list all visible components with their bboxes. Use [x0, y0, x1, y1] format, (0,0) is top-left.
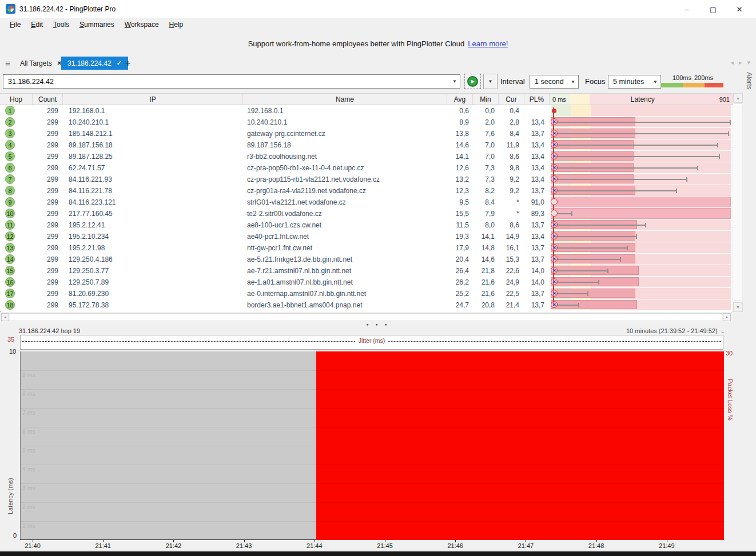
scroll-up-icon[interactable]: ▲ — [733, 93, 743, 103]
menu-item-workspace[interactable]: Workspace — [120, 21, 164, 29]
table-row[interactable]: 3299185.148.212.1gateway-prg.ccinternet.… — [0, 128, 742, 139]
banner-link[interactable]: Learn more! — [468, 39, 508, 48]
column-header-count[interactable]: Count — [33, 94, 63, 105]
column-header-pl[interactable]: PL% — [524, 94, 550, 105]
current-latency-marker: ✕ — [551, 267, 558, 274]
hamburger-icon[interactable]: ≡ — [5, 58, 10, 68]
tab-all-targets[interactable]: All Targets ✕ — [14, 57, 68, 70]
table-row[interactable]: 14299129.250.4.186ae-5.r21.frnkge13.de.b… — [0, 254, 742, 265]
chevron-down-icon[interactable]: ▼ — [568, 79, 578, 85]
menu-item-edit[interactable]: Edit — [26, 21, 48, 29]
interval-select[interactable]: 1 second ▼ — [530, 75, 579, 89]
trace-table-header: Hop Count IP Name Avg Min Cur PL% 0 ms L… — [0, 93, 756, 105]
table-row[interactable]: 10299217.77.160.45te2-2.sitr00i.vodafone… — [0, 208, 742, 219]
horizontal-scrollbar-thumb[interactable] — [10, 313, 722, 321]
cell-pl: 13,4 — [516, 233, 544, 241]
table-row[interactable]: 629962.24.71.57cz-pra-pop50-rb1-xe-11-0-… — [0, 162, 742, 174]
cell-count: 299 — [23, 118, 58, 126]
cell-pl: 13,4 — [516, 153, 544, 161]
hop-badge: 7 — [5, 174, 15, 184]
plot-gridline — [21, 427, 724, 427]
cell-name: te2-2.sitr00i.vodafone.cz — [247, 210, 322, 218]
scroll-left-icon[interactable]: ◂ — [1, 313, 9, 321]
menu-item-summaries[interactable]: Summaries — [74, 21, 120, 29]
table-row[interactable]: 15299129.250.3.77ae-7.r21.amstnl07.nl.bb… — [0, 265, 742, 277]
column-header-hop[interactable]: Hop — [0, 94, 33, 105]
latency-scale-max: 901 — [719, 96, 730, 103]
cell-pl: 13,7 — [516, 130, 544, 138]
current-latency-marker: ✕ — [551, 255, 558, 262]
trace-options-dropdown[interactable]: ▼ — [483, 74, 498, 89]
latency-legend-gradient — [660, 83, 723, 87]
legend-200ms-label: 200ms — [694, 74, 713, 81]
latency-whisker-end-tick — [686, 177, 687, 182]
cell-pl: 13,4 — [516, 175, 544, 183]
target-combobox[interactable]: 31.186.224.42 ▼ — [3, 74, 460, 89]
panel-splitter[interactable]: ● ● ● — [0, 322, 756, 327]
menu-item-file[interactable]: File — [5, 21, 26, 29]
cell-cur: 0,4 — [491, 107, 519, 115]
cell-count: 299 — [23, 244, 58, 252]
table-row[interactable]: 929984.116.223.121strlG01-vla2121.net.vo… — [0, 197, 742, 208]
close-button[interactable]: ✕ — [726, 0, 753, 18]
table-row[interactable]: 1729981.20.69.230ae-0.internap.amstnl07.… — [0, 288, 742, 299]
table-row[interactable]: 429989.187.156.1889.187.156.1814,67,011,… — [0, 139, 742, 151]
table-row[interactable]: 16299129.250.7.89ae-1.a01.amstnl07.nl.bb… — [0, 277, 742, 288]
minimize-button[interactable]: – — [674, 0, 700, 18]
cell-cur: 2,8 — [491, 118, 519, 126]
menu-item-help[interactable]: Help — [164, 21, 189, 29]
column-header-cur[interactable]: Cur — [499, 94, 524, 105]
table-row[interactable]: 529989.187.128.25r3-bb2.coolhousing.net1… — [0, 151, 742, 162]
current-latency-marker: ✕ — [551, 278, 558, 285]
time-tick-label: 21:46 — [447, 542, 463, 549]
column-header-ip[interactable]: IP — [63, 94, 243, 105]
cell-count: 299 — [23, 130, 58, 138]
play-icon: ▶ — [467, 76, 478, 87]
table-row[interactable]: 12299195.2.10.234ae40-pcr1.fnt.cw.net19,… — [0, 231, 742, 242]
loss-axis-max: 30 — [726, 350, 733, 357]
latency-timeline-plot[interactable]: 9 ms8 ms7 ms6 ms5 ms4 ms3 ms2 ms1 ms — [20, 351, 723, 540]
focus-select[interactable]: 5 minutes ▼ — [608, 75, 661, 89]
start-trace-button[interactable]: ▶ — [464, 74, 481, 89]
timegraph-range-selector[interactable]: 10 minutes (21:39:52 - 21:49:52) ⌄ — [626, 327, 725, 334]
hop-badge: 5 — [5, 151, 15, 161]
latency-graph-cell: ✕ — [551, 219, 731, 230]
tab-target-active[interactable]: 31.186.224.42 ✓ — [61, 57, 128, 70]
vertical-scrollbar-thumb[interactable] — [734, 103, 742, 301]
table-row[interactable]: 729984.116.221.93cz-pra-pop115-rb1-vla21… — [0, 174, 742, 185]
add-tab-button[interactable]: + — [121, 57, 134, 70]
table-row[interactable]: 1299192.168.0.1192.168.0.10,60,00,4 — [0, 105, 742, 117]
window-title: 31.186.224.42 - PingPlotter Pro — [19, 5, 116, 13]
table-horizontal-scrollbar[interactable]: ◂ ▸ — [0, 313, 756, 322]
menu-item-tools[interactable]: Tools — [48, 21, 74, 29]
tab-scroll-right-icon[interactable]: ▸ — [739, 59, 742, 66]
latency-whisker — [554, 282, 599, 283]
latency-graph-cell: ✕ — [551, 265, 731, 276]
column-header-latency[interactable]: 0 ms Latency 901 — [550, 94, 733, 105]
cell-name: ae-5.r21.frnkge13.de.bb.gin.ntt.net — [247, 255, 352, 263]
alerts-side-tab[interactable]: Alerts — [745, 72, 753, 90]
chevron-down-icon[interactable]: ▼ — [650, 79, 660, 85]
tab-scroll-left-icon[interactable]: ◂ — [730, 59, 734, 66]
table-row[interactable]: 1829995.172.78.38border3.ae1-bbnet1.ams0… — [0, 299, 742, 311]
cell-avg: 12,6 — [440, 164, 469, 172]
column-header-name[interactable]: Name — [243, 94, 447, 105]
maximize-button[interactable]: ▢ — [700, 0, 726, 18]
cell-pl: 13,7 — [516, 221, 544, 229]
table-row[interactable]: 229910.240.210.110.240.210.18,92,02,813,… — [0, 117, 742, 128]
column-header-avg[interactable]: Avg — [447, 94, 473, 105]
cell-ip: 195.2.10.234 — [69, 233, 109, 241]
cell-cur: 22,6 — [491, 267, 519, 275]
table-vertical-scrollbar[interactable]: ▲ ▼ — [733, 93, 742, 312]
table-row[interactable]: 13299195.2.21.98ntt-gw-pcr1.fnt.cw.net17… — [0, 242, 742, 254]
cell-name: ae-7.r21.amstnl07.nl.bb.gin.ntt.net — [247, 267, 351, 275]
scroll-down-icon[interactable]: ▼ — [733, 302, 743, 312]
column-header-min[interactable]: Min — [473, 94, 499, 105]
table-row[interactable]: 829984.116.221.78cz-prg01a-ra4-vla2119.n… — [0, 185, 742, 197]
table-row[interactable]: 11299195.2.12.41ae8-100-ucr1.czs.cw.net1… — [0, 219, 742, 231]
cell-cur: 14,9 — [491, 233, 519, 241]
chevron-down-icon[interactable]: ▼ — [449, 79, 460, 84]
tab-list-dropdown-icon[interactable]: ▾ — [747, 59, 750, 66]
scroll-right-icon[interactable]: ▸ — [723, 313, 731, 321]
cell-ip: 192.168.0.1 — [69, 107, 105, 115]
